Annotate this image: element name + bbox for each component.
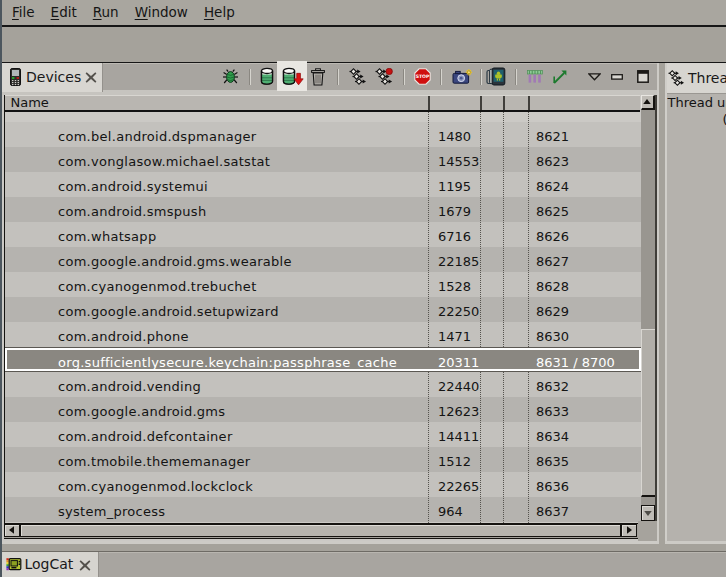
menu-window[interactable]: Window <box>127 0 196 25</box>
chevron-down-icon <box>588 73 601 81</box>
threads-icon <box>349 68 366 85</box>
arrow-right-icon <box>627 526 632 534</box>
cause-gc-button[interactable] <box>306 65 330 89</box>
menu-edit[interactable]: Edit <box>43 0 85 25</box>
scroll-down-button[interactable] <box>641 505 655 521</box>
cell-port: 8624 <box>536 174 569 199</box>
table-row[interactable]: com.google.android.gms126238633 <box>5 397 641 422</box>
horizontal-scrollbar[interactable] <box>4 523 639 539</box>
column-resize-handle[interactable] <box>528 96 530 111</box>
logcat-icon <box>6 556 23 572</box>
table-row[interactable]: com.tmobile.thememanager15128635 <box>5 447 641 472</box>
vertical-scrollbar-thumb[interactable] <box>641 329 655 497</box>
menubar: FileEditRunWindowHelp <box>0 0 726 27</box>
ui-hierarchy-icon <box>486 67 506 86</box>
bug-icon <box>222 68 239 85</box>
cell-port: 8629 <box>536 299 569 324</box>
cell-port: 8632 <box>536 374 569 399</box>
cell-port: 8627 <box>536 249 569 274</box>
column-gridline <box>480 112 481 523</box>
tab-logcat-close-icon[interactable] <box>79 560 91 571</box>
table-row[interactable]: system_process9648637 <box>5 497 641 522</box>
start-opengl-trace-button[interactable] <box>548 65 572 89</box>
table-row[interactable]: com.android.defcontainer144118634 <box>5 422 641 447</box>
table-row[interactable]: com.whatsapp67168626 <box>5 222 641 247</box>
maximize-button[interactable] <box>631 65 655 89</box>
tab-threads[interactable]: Threads <box>667 63 726 94</box>
threads-message-line1: Thread updates not enabled for selected … <box>668 95 726 110</box>
scroll-up-button[interactable] <box>641 95 655 111</box>
table-row-selected[interactable]: org.sufficientlysecure.keychain:passphra… <box>5 347 641 372</box>
cell-name: com.android.systemui <box>58 174 208 199</box>
menu-help[interactable]: Help <box>196 0 243 25</box>
table-row[interactable]: com.android.phone14718630 <box>5 322 641 347</box>
phone-icon <box>10 68 21 86</box>
table-row[interactable]: com.android.vending224408632 <box>5 372 641 397</box>
tab-logcat[interactable]: LogCat <box>2 552 99 577</box>
cell-name: com.android.phone <box>58 324 189 349</box>
threads-tab-icon <box>668 70 684 86</box>
toolbar-separator <box>515 69 516 85</box>
view-menu-button[interactable] <box>582 65 606 89</box>
column-gridline <box>428 112 429 523</box>
cell-port: 8626 <box>536 224 569 249</box>
table-row[interactable]: com.android.smspush16798625 <box>5 197 641 222</box>
cell-pid: 964 <box>438 499 463 523</box>
menu-run[interactable]: Run <box>85 0 127 25</box>
vertical-scrollbar[interactable] <box>641 95 657 522</box>
column-gridline <box>528 112 529 523</box>
cell-port: 8636 <box>536 474 569 499</box>
column-header-name[interactable]: Name <box>11 95 49 111</box>
table-header[interactable]: Name <box>4 95 641 111</box>
method-profiling-icon <box>375 68 393 85</box>
threads-panel-bottom-edge <box>665 541 726 544</box>
minimize-button[interactable] <box>605 65 629 89</box>
tab-devices-close-icon[interactable] <box>85 72 97 83</box>
table-row[interactable]: com.google.android.setupwizard222508629 <box>5 297 641 322</box>
dump-hprof-button[interactable] <box>280 65 304 89</box>
cell-name: com.vonglasow.michael.satstat <box>58 149 270 174</box>
cell-port: 8635 <box>536 449 569 474</box>
table-row[interactable]: com.bel.android.dspmanager14808621 <box>5 122 641 147</box>
toolbar-separator <box>337 69 338 85</box>
column-resize-handle[interactable] <box>428 96 430 111</box>
cell-port: 8630 <box>536 324 569 349</box>
cell-name: com.cyanogenmod.lockclock <box>58 474 253 499</box>
cell-name: com.whatsapp <box>58 224 156 249</box>
tab-logcat-label: LogCat <box>25 552 74 577</box>
column-resize-handle[interactable] <box>503 96 505 111</box>
start-method-profiling-button[interactable] <box>372 65 396 89</box>
table-row[interactable]: com.vonglasow.michael.satstat145538623 <box>5 147 641 172</box>
table-row[interactable]: com.google.android.gms.wearable221858627 <box>5 247 641 272</box>
table-row[interactable]: com.cyanogenmod.trebuchet15288628 <box>5 272 641 297</box>
cell-name: com.bel.android.dspmanager <box>58 124 256 149</box>
cell-pid: 14411 <box>438 424 479 449</box>
cell-pid: 22250 <box>438 299 479 324</box>
capture-systrace-button[interactable] <box>523 65 547 89</box>
toolbar-separator <box>249 69 250 85</box>
screen-capture-button[interactable] <box>450 65 474 89</box>
table-row[interactable]: com.cyanogenmod.lockclock222658636 <box>5 472 641 497</box>
tab-devices[interactable]: Devices <box>2 63 103 92</box>
camera-icon <box>452 68 473 86</box>
scroll-right-button[interactable] <box>621 524 637 537</box>
menu-file[interactable]: File <box>4 0 43 25</box>
debug-process-button[interactable] <box>218 65 242 89</box>
update-threads-button[interactable] <box>346 65 370 89</box>
cell-port: 8628 <box>536 274 569 299</box>
dump-view-hierarchy-button[interactable] <box>484 65 508 89</box>
scroll-left-button[interactable] <box>4 524 20 537</box>
maximize-icon <box>637 70 649 83</box>
update-heap-button[interactable] <box>255 65 279 89</box>
cell-pid: 12623 <box>438 399 479 424</box>
cell-pid: 22265 <box>438 474 479 499</box>
table-row[interactable]: com.android.systemui11958624 <box>5 172 641 197</box>
cell-port: 8637 <box>536 499 569 523</box>
stop-process-button[interactable]: STOP <box>410 65 434 89</box>
horizontal-scrollbar-thumb[interactable] <box>20 524 622 537</box>
column-resize-handle[interactable] <box>480 96 482 111</box>
opengl-trace-icon <box>552 68 569 85</box>
cell-name: com.google.android.gms.wearable <box>58 249 292 274</box>
stop-icon: STOP <box>414 68 431 85</box>
toolbar-separator <box>403 69 404 85</box>
